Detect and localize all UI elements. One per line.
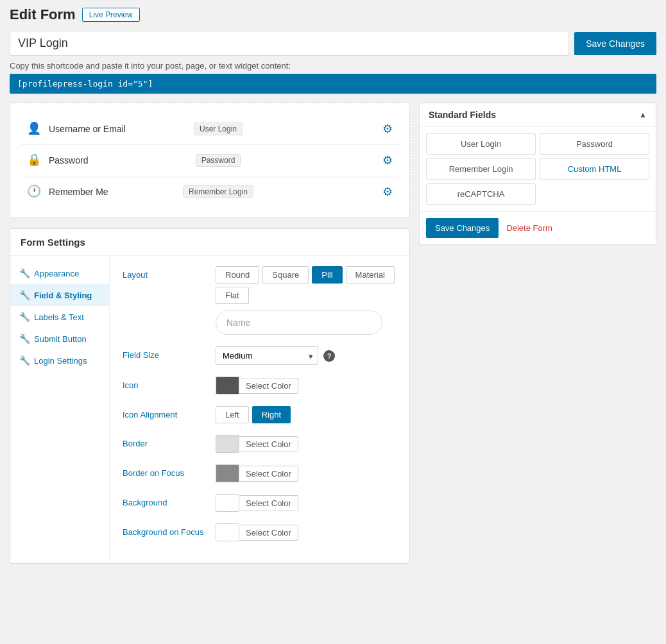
live-preview-button[interactable]: Live Preview bbox=[82, 8, 140, 22]
background-focus-color-swatch[interactable] bbox=[216, 523, 239, 541]
standard-fields-header: Standard Fields ▲ bbox=[420, 103, 656, 127]
delete-form-link[interactable]: Delete Form bbox=[506, 223, 552, 233]
background-focus-content: Select Color bbox=[216, 523, 397, 541]
border-row: Border Select Color bbox=[123, 435, 397, 453]
border-focus-select-color-btn[interactable]: Select Color bbox=[239, 466, 298, 482]
save-changes-button-std[interactable]: Save Changes bbox=[426, 218, 499, 238]
form-settings-body: 🔧 Appearance 🔧 Field & Styling 🔧 Labels … bbox=[10, 256, 409, 563]
border-focus-color-picker: Select Color bbox=[216, 464, 397, 482]
background-content: Select Color bbox=[216, 494, 397, 512]
standard-fields-title: Standard Fields bbox=[429, 110, 496, 120]
background-select-color-btn[interactable]: Select Color bbox=[239, 495, 298, 511]
field-gear-username[interactable]: ⚙ bbox=[382, 122, 393, 136]
border-color-picker: Select Color bbox=[216, 435, 397, 453]
field-row: 🔒 Password Password ⚙ bbox=[21, 145, 399, 176]
form-settings: Form Settings 🔧 Appearance 🔧 Field & Sty… bbox=[10, 228, 410, 564]
field-label-remember: Remember Me bbox=[49, 187, 178, 197]
layout-btn-material[interactable]: Material bbox=[346, 266, 395, 284]
sidebar-item-submit-button[interactable]: 🔧 Submit Button bbox=[10, 328, 109, 350]
collapse-icon[interactable]: ▲ bbox=[639, 110, 647, 119]
top-form-row: Save Changes bbox=[10, 31, 656, 56]
sidebar-label-labels-text: Labels & Text bbox=[34, 312, 84, 322]
field-row: 🕐 Remember Me Remember Login ⚙ bbox=[21, 176, 399, 207]
form-name-input[interactable] bbox=[10, 31, 569, 56]
layout-btn-round[interactable]: Round bbox=[216, 266, 259, 284]
std-field-password[interactable]: Password bbox=[540, 133, 649, 155]
std-field-user-login[interactable]: User Login bbox=[426, 133, 536, 155]
sidebar-item-labels-text[interactable]: 🔧 Labels & Text bbox=[10, 306, 109, 328]
layout-buttons: Round Square Pill Material Flat bbox=[216, 266, 397, 304]
background-focus-select-color-btn[interactable]: Select Color bbox=[239, 525, 298, 541]
icon-content: Select Color bbox=[216, 377, 397, 394]
icon-alignment-content: Left Right bbox=[216, 406, 397, 423]
wrench-icon-appearance: 🔧 bbox=[19, 268, 30, 278]
layout-content: Round Square Pill Material Flat Name bbox=[216, 266, 397, 335]
lock-icon: 🔒 bbox=[27, 153, 42, 168]
border-color-swatch[interactable] bbox=[216, 435, 239, 453]
settings-content: Layout Round Square Pill Material Flat N… bbox=[110, 256, 409, 563]
wrench-icon-submit-button: 🔧 bbox=[19, 334, 30, 344]
help-icon[interactable]: ? bbox=[323, 350, 335, 362]
clock-icon: 🕐 bbox=[27, 184, 42, 199]
icon-row: Icon Select Color bbox=[123, 377, 397, 394]
layout-btn-pill[interactable]: Pill bbox=[312, 266, 342, 284]
sidebar-item-field-styling[interactable]: 🔧 Field & Styling bbox=[10, 284, 109, 306]
background-label: Background bbox=[123, 494, 216, 507]
border-focus-row: Border on Focus Select Color bbox=[123, 464, 397, 482]
std-field-remember-login[interactable]: Remember Login bbox=[426, 158, 536, 180]
background-focus-row: Background on Focus Select Color bbox=[123, 523, 397, 541]
field-tag-rememberlogin: Remember Login bbox=[183, 185, 253, 198]
border-focus-color-swatch[interactable] bbox=[216, 464, 239, 482]
field-size-content: Small Medium Large ? bbox=[216, 346, 397, 365]
layout-btn-flat[interactable]: Flat bbox=[216, 287, 249, 304]
border-focus-label: Border on Focus bbox=[123, 464, 216, 478]
sidebar-item-login-settings[interactable]: 🔧 Login Settings bbox=[10, 350, 109, 371]
icon-color-swatch[interactable] bbox=[216, 377, 239, 394]
field-size-row: Field Size Small Medium Large ? bbox=[123, 346, 397, 365]
page-title: Edit Form bbox=[10, 6, 76, 23]
sidebar-label-appearance: Appearance bbox=[34, 269, 79, 278]
icon-alignment-label: Icon Alignment bbox=[123, 406, 216, 419]
align-buttons: Left Right bbox=[216, 406, 397, 423]
user-icon: 👤 bbox=[27, 121, 42, 137]
icon-color-picker: Select Color bbox=[216, 377, 397, 394]
icon-alignment-row: Icon Alignment Left Right bbox=[123, 406, 397, 423]
std-fields-footer: Save Changes Delete Form bbox=[420, 211, 656, 244]
save-changes-button-top[interactable]: Save Changes bbox=[574, 32, 656, 55]
wrench-icon-login-settings: 🔧 bbox=[19, 355, 30, 366]
field-label-username: Username or Email bbox=[49, 124, 189, 134]
field-tag-password: Password bbox=[196, 154, 241, 167]
sidebar-item-appearance[interactable]: 🔧 Appearance bbox=[10, 262, 109, 284]
align-btn-left[interactable]: Left bbox=[216, 406, 249, 423]
align-btn-right[interactable]: Right bbox=[252, 406, 291, 423]
border-label: Border bbox=[123, 435, 216, 448]
field-gear-remember[interactable]: ⚙ bbox=[382, 185, 393, 199]
layout-label: Layout bbox=[123, 266, 216, 280]
page-wrapper: Edit Form Live Preview Save Changes Copy… bbox=[0, 0, 666, 570]
settings-sidebar: 🔧 Appearance 🔧 Field & Styling 🔧 Labels … bbox=[10, 256, 110, 563]
layout-row: Layout Round Square Pill Material Flat N… bbox=[123, 266, 397, 335]
icon-label: Icon bbox=[123, 377, 216, 390]
sidebar-label-submit-button: Submit Button bbox=[34, 334, 87, 344]
form-settings-header: Form Settings bbox=[10, 229, 409, 256]
border-select-color-btn[interactable]: Select Color bbox=[239, 436, 298, 452]
std-field-recaptcha[interactable]: reCAPTCHA bbox=[426, 183, 536, 205]
std-field-custom-html[interactable]: Custom HTML bbox=[540, 158, 649, 180]
field-gear-password[interactable]: ⚙ bbox=[382, 153, 393, 167]
left-column: 👤 Username or Email User Login ⚙ 🔒 Passw… bbox=[10, 103, 410, 564]
layout-btn-square[interactable]: Square bbox=[262, 266, 309, 284]
shortcode-hint: Copy this shortcode and paste it into yo… bbox=[10, 61, 656, 71]
background-row: Background Select Color bbox=[123, 494, 397, 512]
background-color-swatch[interactable] bbox=[216, 494, 239, 512]
shortcode-box[interactable]: [profilepress-login id="5"] bbox=[10, 74, 656, 94]
wrench-icon-labels-text: 🔧 bbox=[19, 312, 30, 322]
std-fields-grid: User Login Password Remember Login Custo… bbox=[420, 127, 656, 211]
border-focus-content: Select Color bbox=[216, 464, 397, 482]
field-label-password: Password bbox=[49, 155, 191, 165]
field-size-select[interactable]: Small Medium Large bbox=[216, 346, 318, 365]
background-color-picker: Select Color bbox=[216, 494, 397, 512]
field-tag-userlogin: User Login bbox=[194, 123, 243, 135]
right-column: Standard Fields ▲ User Login Password Re… bbox=[419, 103, 656, 564]
form-preview: 👤 Username or Email User Login ⚙ 🔒 Passw… bbox=[10, 103, 410, 218]
icon-select-color-btn[interactable]: Select Color bbox=[239, 378, 298, 394]
